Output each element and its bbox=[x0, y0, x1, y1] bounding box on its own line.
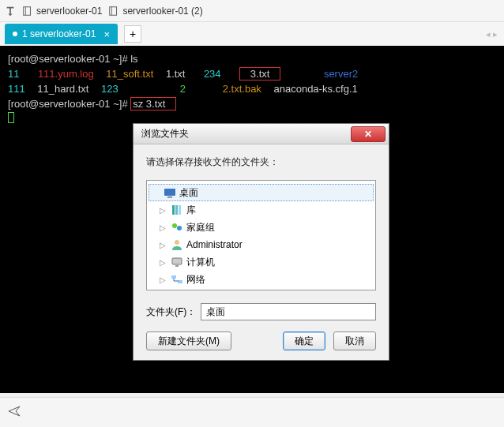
svg-rect-12 bbox=[172, 258, 182, 264]
status-send-icon[interactable] bbox=[8, 405, 21, 421]
library-icon bbox=[171, 204, 183, 216]
status-bar bbox=[0, 397, 504, 427]
svg-point-9 bbox=[172, 223, 177, 228]
tab-status-dot bbox=[13, 32, 17, 36]
folder-field-input[interactable] bbox=[201, 303, 376, 320]
tree-node-desktop[interactable]: 桌面 bbox=[149, 184, 374, 201]
terminal-cursor bbox=[8, 112, 14, 123]
svg-point-11 bbox=[175, 240, 179, 245]
tree-expander[interactable]: ▷ bbox=[160, 223, 167, 232]
dialog-titlebar[interactable]: 浏览文件夹 ✕ bbox=[134, 124, 389, 144]
svg-rect-14 bbox=[171, 275, 176, 279]
tree-node-label: 家庭组 bbox=[186, 221, 215, 234]
dialog-title: 浏览文件夹 bbox=[141, 127, 189, 140]
cancel-button[interactable]: 取消 bbox=[333, 331, 376, 350]
svg-rect-13 bbox=[175, 265, 179, 267]
tree-node-homegroup[interactable]: ▷ 家庭组 bbox=[149, 219, 374, 236]
folder-tree[interactable]: 桌面 ▷ 库 ▷ 家庭组 ▷ Administrator ▷ 计算机 bbox=[146, 180, 376, 290]
svg-rect-7 bbox=[175, 205, 178, 215]
tree-node-user[interactable]: ▷ Administrator bbox=[149, 236, 374, 253]
tab-bar: 1 serverlooker-01 × + ◂ ▸ bbox=[0, 22, 504, 46]
tab-active[interactable]: 1 serverlooker-01 × bbox=[5, 24, 118, 44]
new-folder-button[interactable]: 新建文件夹(M) bbox=[146, 331, 231, 350]
tab-scroll-arrows[interactable]: ◂ ▸ bbox=[486, 29, 498, 39]
tree-expander[interactable]: ▷ bbox=[160, 258, 167, 267]
tree-expander[interactable]: ▷ bbox=[160, 241, 167, 249]
tab-active-label: 1 serverlooker-01 bbox=[22, 28, 96, 39]
ok-button[interactable]: 确定 bbox=[283, 331, 325, 350]
svg-rect-4 bbox=[164, 189, 175, 196]
svg-rect-0 bbox=[24, 6, 31, 15]
svg-point-10 bbox=[177, 226, 182, 230]
network-icon bbox=[171, 273, 183, 286]
desktop-icon bbox=[164, 186, 176, 199]
tree-node-network[interactable]: ▷ 网络 bbox=[149, 271, 374, 288]
tree-expander[interactable]: ▷ bbox=[160, 206, 167, 215]
tree-node-label: 计算机 bbox=[186, 256, 215, 269]
browse-folder-dialog: 浏览文件夹 ✕ 请选择保存接收文件的文件夹： 桌面 ▷ 库 ▷ 家庭组 ▷ bbox=[133, 123, 389, 361]
tree-node-label: 桌面 bbox=[179, 186, 198, 200]
svg-rect-8 bbox=[179, 205, 181, 215]
dialog-prompt: 请选择保存接收文件的文件夹： bbox=[146, 155, 376, 169]
folder-field-label: 文件夹(F)： bbox=[146, 305, 196, 319]
homegroup-icon bbox=[171, 221, 183, 234]
svg-rect-2 bbox=[110, 6, 117, 15]
dialog-close-button[interactable]: ✕ bbox=[351, 126, 386, 142]
toolbar-session-1[interactable]: serverlooker-01 bbox=[22, 6, 102, 17]
user-icon bbox=[171, 238, 183, 251]
svg-rect-6 bbox=[172, 205, 175, 215]
toolbar-session-1-label: serverlooker-01 bbox=[36, 6, 102, 17]
tree-node-library[interactable]: ▷ 库 bbox=[149, 201, 374, 219]
svg-rect-5 bbox=[167, 197, 172, 198]
tab-close-icon[interactable]: × bbox=[103, 28, 110, 40]
tree-node-label: 库 bbox=[186, 204, 196, 217]
toolbar-pin-icon[interactable] bbox=[5, 6, 16, 17]
tree-node-label: Administrator bbox=[186, 239, 243, 250]
tree-node-computer[interactable]: ▷ 计算机 bbox=[149, 253, 374, 271]
tree-node-label: 网络 bbox=[186, 273, 205, 287]
session-toolbar: serverlooker-01 serverlooker-01 (2) bbox=[0, 0, 504, 22]
tree-expander[interactable]: ▷ bbox=[160, 275, 167, 284]
toolbar-session-2-label: serverlooker-01 (2) bbox=[122, 6, 202, 17]
computer-icon bbox=[171, 256, 183, 268]
new-tab-button[interactable]: + bbox=[124, 25, 141, 43]
toolbar-session-2[interactable]: serverlooker-01 (2) bbox=[108, 6, 202, 17]
